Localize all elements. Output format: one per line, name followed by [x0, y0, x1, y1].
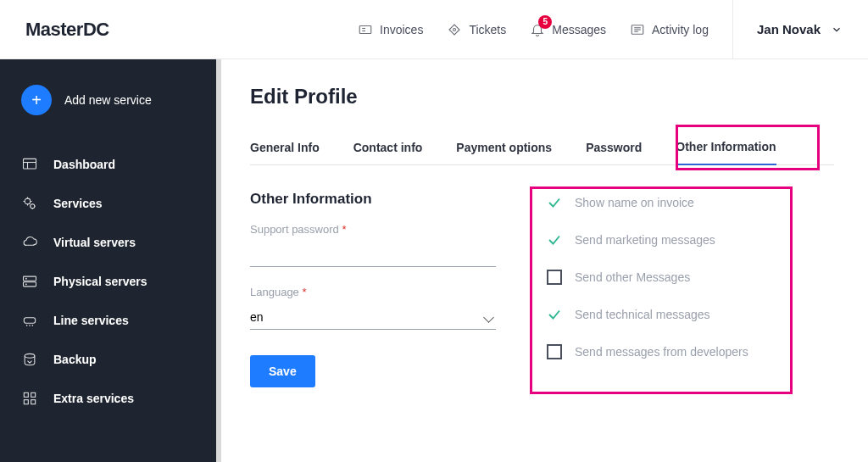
- language-label: Language *: [250, 286, 496, 298]
- sidebar-item-label: Services: [53, 197, 103, 210]
- logo[interactable]: MasterDC: [25, 19, 109, 41]
- checkbox-empty-icon: [547, 344, 562, 359]
- main-content: Edit Profile General Info Contact info P…: [216, 59, 868, 462]
- option-show-name-on-invoice[interactable]: Show name on invoice: [547, 195, 748, 210]
- grid-icon: [21, 390, 38, 407]
- nav-messages[interactable]: 5 Messages: [530, 22, 606, 37]
- highlight-annotation-options: [530, 186, 793, 394]
- backup-icon: [21, 351, 38, 368]
- svg-rect-14: [24, 282, 36, 287]
- option-send-marketing[interactable]: Send marketing messages: [547, 232, 748, 248]
- cloud-icon: [21, 234, 38, 251]
- invoice-icon: [358, 22, 373, 37]
- tab-general-info[interactable]: General Info: [250, 131, 320, 164]
- gears-icon: [21, 195, 38, 212]
- option-label: Send marketing messages: [575, 233, 715, 247]
- sidebar-item-label: Dashboard: [53, 158, 115, 171]
- sidebar-item-label: Virtual servers: [53, 236, 136, 249]
- checkbox-empty-icon: [547, 270, 562, 285]
- header-nav: Invoices Tickets 5 Messages Activity log: [358, 22, 709, 37]
- dashboard-icon: [21, 156, 38, 173]
- section-title: Other Information: [250, 191, 496, 208]
- top-header: MasterDC Invoices Tickets 5 Messages Act…: [0, 0, 868, 59]
- network-icon: [21, 312, 38, 329]
- svg-rect-22: [24, 392, 28, 397]
- nav-tickets-label: Tickets: [469, 23, 506, 36]
- nav-activity-label: Activity log: [652, 23, 709, 36]
- tab-other-information[interactable]: Other Information: [676, 130, 776, 165]
- checkmark-icon: [547, 195, 562, 210]
- svg-rect-0: [359, 25, 371, 33]
- checkmark-icon: [547, 307, 562, 322]
- svg-rect-25: [31, 400, 36, 404]
- option-label: Show name on invoice: [575, 196, 694, 209]
- svg-rect-17: [24, 318, 35, 324]
- form-column: Other Information Support password * Lan…: [250, 191, 496, 390]
- save-button[interactable]: Save: [250, 355, 315, 387]
- sidebar: + Add new service Dashboard Services Vir…: [0, 59, 216, 462]
- sidebar-item-dashboard[interactable]: Dashboard: [0, 145, 216, 184]
- tab-password[interactable]: Password: [586, 131, 642, 164]
- svg-rect-8: [24, 159, 36, 169]
- nav-activity-log[interactable]: Activity log: [630, 22, 709, 37]
- sidebar-item-physical-servers[interactable]: Physical servers: [0, 262, 216, 301]
- tab-payment-options[interactable]: Payment options: [456, 131, 552, 164]
- option-label: Send messages from developers: [575, 345, 748, 359]
- nav-messages-label: Messages: [552, 23, 606, 36]
- messages-badge: 5: [538, 15, 552, 29]
- sidebar-item-label: Extra services: [53, 392, 134, 405]
- svg-rect-23: [31, 392, 36, 397]
- sidebar-item-extra-services[interactable]: Extra services: [0, 379, 216, 418]
- svg-rect-24: [24, 400, 28, 404]
- add-new-service-button[interactable]: + Add new service: [0, 85, 216, 115]
- plus-icon: +: [21, 85, 52, 115]
- sidebar-item-line-services[interactable]: Line services: [0, 301, 216, 340]
- nav-invoices-label: Invoices: [380, 23, 423, 36]
- sidebar-item-label: Line services: [53, 314, 129, 327]
- options-column: Show name on invoice Send marketing mess…: [530, 186, 765, 390]
- sidebar-item-backup[interactable]: Backup: [0, 340, 216, 379]
- option-label: Send other Messages: [575, 270, 690, 284]
- support-password-label: Support password *: [250, 223, 496, 236]
- svg-point-16: [25, 284, 26, 285]
- language-select[interactable]: [250, 305, 496, 330]
- tabs: General Info Contact info Payment option…: [250, 130, 834, 165]
- sidebar-item-label: Physical servers: [53, 275, 147, 288]
- support-password-input[interactable]: [250, 242, 496, 267]
- svg-point-12: [31, 204, 35, 209]
- server-icon: [21, 273, 38, 290]
- option-send-developers[interactable]: Send messages from developers: [547, 344, 748, 359]
- svg-point-3: [453, 28, 456, 31]
- list-icon: [630, 22, 645, 37]
- option-label: Send technical messages: [575, 308, 710, 321]
- option-send-technical[interactable]: Send technical messages: [547, 307, 748, 322]
- nav-tickets[interactable]: Tickets: [447, 22, 506, 37]
- svg-point-15: [25, 278, 26, 279]
- svg-point-11: [25, 198, 31, 204]
- option-send-other-messages[interactable]: Send other Messages: [547, 270, 748, 285]
- sidebar-item-services[interactable]: Services: [0, 184, 216, 223]
- nav-invoices[interactable]: Invoices: [358, 22, 423, 37]
- sidebar-item-virtual-servers[interactable]: Virtual servers: [0, 223, 216, 262]
- add-service-label: Add new service: [64, 93, 152, 107]
- user-name: Jan Novak: [757, 22, 821, 36]
- sidebar-item-label: Backup: [53, 353, 97, 366]
- chevron-down-icon: [831, 24, 843, 36]
- svg-point-21: [25, 353, 35, 358]
- page-title: Edit Profile: [250, 85, 834, 109]
- tab-contact-info[interactable]: Contact info: [353, 131, 423, 164]
- svg-rect-13: [24, 276, 36, 281]
- sidebar-menu: Dashboard Services Virtual servers Physi…: [0, 145, 216, 418]
- ticket-icon: [447, 22, 462, 37]
- checkmark-icon: [547, 232, 562, 248]
- user-menu[interactable]: Jan Novak: [733, 22, 843, 36]
